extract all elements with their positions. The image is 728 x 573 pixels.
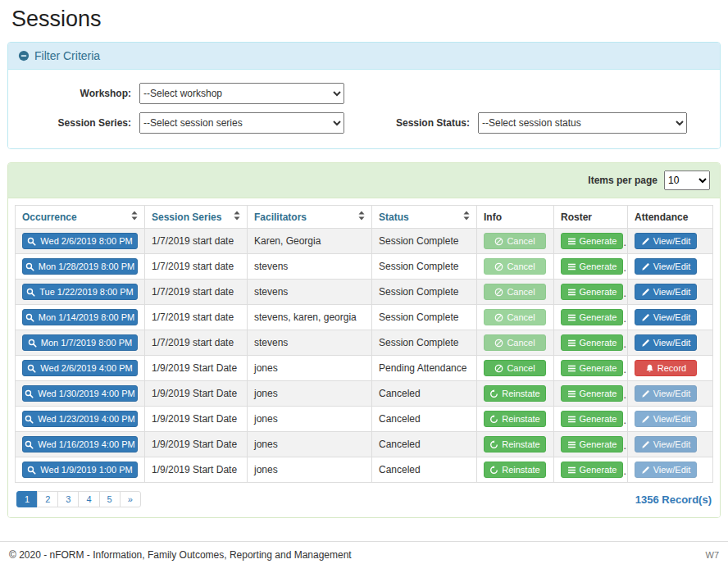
button-label: Reinstate xyxy=(502,439,539,449)
edit-icon xyxy=(641,237,650,246)
roster-button[interactable]: Generate xyxy=(561,309,623,325)
pagination-button[interactable]: 3 xyxy=(57,491,79,507)
site-footer: © 2020 - nFORM - Information, Family Out… xyxy=(0,541,728,568)
roster-cell: Generate xyxy=(554,457,628,483)
info-button[interactable]: Cancel xyxy=(484,258,546,275)
pagination-button[interactable]: 4 xyxy=(78,491,99,507)
table-header-row: Occurrence Session Series Facilitators S… xyxy=(16,206,713,229)
edit-icon xyxy=(641,313,650,322)
reinstate-icon xyxy=(489,389,498,398)
attendance-button[interactable]: View/Edit xyxy=(635,284,697,300)
cancel-icon xyxy=(494,313,503,322)
column-header[interactable]: Facilitators xyxy=(248,206,372,229)
info-button[interactable]: Cancel xyxy=(484,284,546,300)
generate-icon xyxy=(567,415,576,424)
sessions-table-panel: Items per page 10 Occurrence Session Ser… xyxy=(7,162,721,518)
button-label: Generate xyxy=(580,439,617,449)
session-status-select[interactable]: --Select session status xyxy=(478,112,687,134)
roster-button[interactable]: Generate xyxy=(561,411,623,427)
roster-button[interactable]: Generate xyxy=(561,462,623,478)
status-cell: Canceled xyxy=(372,407,477,432)
pagination: 12345» xyxy=(16,491,141,507)
attendance-cell: View/Edit xyxy=(628,330,713,356)
occurrence-button[interactable]: Wed 1/23/2019 4:00 PM xyxy=(22,411,138,427)
session-series-cell: 1/9/2019 Start Date xyxy=(145,432,248,457)
session-series-select[interactable]: --Select session series xyxy=(139,112,344,134)
cancel-icon xyxy=(494,237,503,246)
column-header-label: Facilitators xyxy=(254,211,307,223)
attendance-button[interactable]: View/Edit xyxy=(635,462,697,478)
button-label: View/Edit xyxy=(653,287,691,297)
occurrence-button[interactable]: Wed 2/6/2019 8:00 PM xyxy=(22,233,138,249)
attendance-button[interactable]: View/Edit xyxy=(635,436,697,452)
attendance-cell: View/Edit xyxy=(628,254,713,280)
page-title: Sessions xyxy=(11,7,717,32)
roster-button[interactable]: Generate xyxy=(561,436,623,452)
roster-button[interactable]: Generate xyxy=(561,360,623,376)
info-button[interactable]: Reinstate xyxy=(484,385,546,402)
attendance-button[interactable]: Record xyxy=(635,360,697,376)
column-header-label: Occurrence xyxy=(22,211,77,223)
button-label: Generate xyxy=(580,389,617,398)
attendance-button[interactable]: View/Edit xyxy=(635,334,697,351)
session-row: Wed 2/6/2019 8:00 PM 1/7/2019 start date… xyxy=(16,229,713,254)
pagination-button[interactable]: 5 xyxy=(99,491,121,507)
occurrence-button[interactable]: Mon 1/28/2019 8:00 PM xyxy=(22,258,138,275)
info-cell: Cancel xyxy=(477,330,554,356)
info-button[interactable]: Reinstate xyxy=(484,436,546,452)
pagination-button[interactable]: » xyxy=(120,491,141,507)
roster-button[interactable]: Generate xyxy=(561,233,623,249)
occurrence-button-label: Wed 1/23/2019 4:00 PM xyxy=(38,414,134,424)
facilitators-cell: Karen, Georgia xyxy=(248,229,372,254)
attendance-button[interactable]: View/Edit xyxy=(635,309,697,325)
filter-panel-header[interactable]: Filter Criteria xyxy=(8,43,720,70)
minus-circle-icon[interactable] xyxy=(18,50,30,61)
column-header: Roster xyxy=(554,206,628,229)
button-label: Generate xyxy=(580,261,617,271)
session-row: Wed 1/9/2019 1:00 PM 1/9/2019 Start Date… xyxy=(16,457,713,483)
attendance-button[interactable]: View/Edit xyxy=(635,385,697,402)
edit-icon xyxy=(641,466,650,475)
occurrence-button[interactable]: Wed 1/30/2019 4:00 PM xyxy=(22,385,138,402)
roster-button[interactable]: Generate xyxy=(561,334,623,351)
table-panel-header: Items per page 10 xyxy=(8,163,720,198)
column-header[interactable]: Session Series xyxy=(145,206,248,229)
column-header[interactable]: Occurrence xyxy=(16,206,145,229)
status-cell: Session Complete xyxy=(372,305,477,330)
button-label: Generate xyxy=(580,465,617,475)
occurrence-button[interactable]: Mon 1/14/2019 8:00 PM xyxy=(22,309,138,325)
roster-button[interactable]: Generate xyxy=(561,284,623,300)
roster-button[interactable]: Generate xyxy=(561,258,623,275)
attendance-button[interactable]: View/Edit xyxy=(635,233,697,249)
pagination-button[interactable]: 2 xyxy=(37,491,58,507)
button-label: Reinstate xyxy=(502,414,539,424)
button-label: Generate xyxy=(580,312,617,322)
info-button[interactable]: Cancel xyxy=(484,233,546,249)
pagination-button[interactable]: 1 xyxy=(16,491,38,507)
attendance-button[interactable]: View/Edit xyxy=(635,411,697,427)
status-cell: Canceled xyxy=(372,432,477,457)
column-header[interactable]: Status xyxy=(372,206,477,229)
workshop-select[interactable]: --Select workshop xyxy=(139,83,344,104)
table-panel-body: Occurrence Session Series Facilitators S… xyxy=(8,198,720,517)
occurrence-button-label: Wed 1/16/2019 4:00 PM xyxy=(38,439,134,449)
attendance-button[interactable]: View/Edit xyxy=(635,258,697,275)
session-series-cell: 1/9/2019 Start Date xyxy=(145,407,248,432)
occurrence-button[interactable]: Wed 1/9/2019 1:00 PM xyxy=(22,462,138,478)
edit-icon xyxy=(641,440,650,449)
roster-button[interactable]: Generate xyxy=(561,385,623,402)
info-button[interactable]: Reinstate xyxy=(484,462,546,478)
button-label: Cancel xyxy=(507,261,535,271)
occurrence-button[interactable]: Tue 1/22/2019 8:00 PM xyxy=(22,284,138,300)
occurrence-cell: Wed 2/6/2019 8:00 PM xyxy=(16,229,145,254)
occurrence-button[interactable]: Wed 2/6/2019 4:00 PM xyxy=(22,360,138,376)
info-cell: Cancel xyxy=(477,356,554,381)
info-button[interactable]: Cancel xyxy=(484,309,546,325)
facilitators-cell: jones xyxy=(248,381,372,407)
occurrence-button[interactable]: Wed 1/16/2019 4:00 PM xyxy=(22,436,138,452)
info-button[interactable]: Reinstate xyxy=(484,411,546,427)
info-button[interactable]: Cancel xyxy=(484,360,546,376)
items-per-page-select[interactable]: 10 xyxy=(664,171,710,190)
info-button[interactable]: Cancel xyxy=(484,334,546,351)
occurrence-button[interactable]: Mon 1/7/2019 8:00 PM xyxy=(22,334,138,351)
